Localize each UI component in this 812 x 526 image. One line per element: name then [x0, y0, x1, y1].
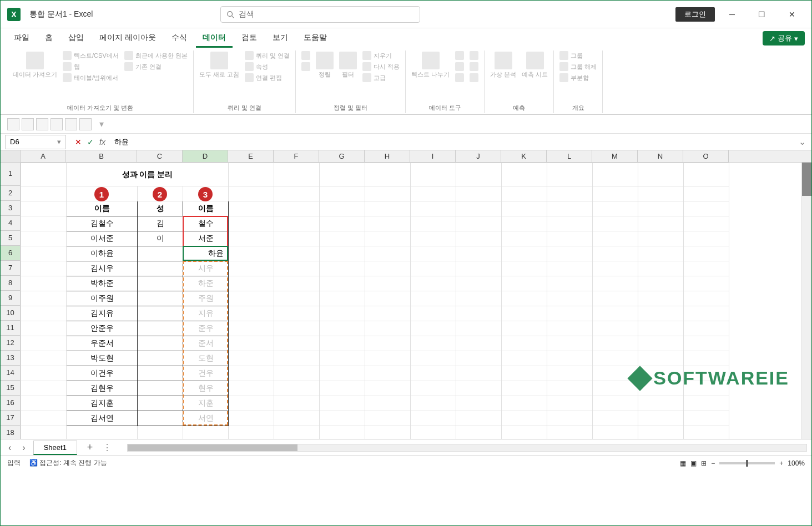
cell[interactable]	[502, 411, 547, 426]
sort-asc-button[interactable]	[300, 50, 311, 60]
fx-icon[interactable]: fx	[97, 138, 108, 146]
filter-button[interactable]: 필터	[338, 50, 358, 80]
cell[interactable]	[593, 336, 638, 351]
cell[interactable]	[21, 351, 67, 366]
cell[interactable]	[274, 336, 320, 351]
relationships-button[interactable]	[468, 62, 480, 72]
cell[interactable]	[684, 186, 729, 201]
cell[interactable]: 준우	[183, 321, 229, 336]
cell[interactable]	[274, 231, 320, 246]
cell[interactable]	[365, 231, 411, 246]
cell[interactable]	[684, 163, 729, 186]
qat-button[interactable]	[51, 118, 63, 130]
cell[interactable]	[456, 291, 502, 306]
cell[interactable]	[547, 261, 593, 276]
row-header[interactable]: 12	[1, 336, 21, 351]
cell[interactable]	[593, 396, 638, 411]
cell[interactable]	[593, 276, 638, 291]
zoom-slider[interactable]	[719, 462, 775, 464]
share-button[interactable]: ↗ 공유 ▾	[763, 31, 805, 45]
cell[interactable]	[547, 381, 593, 396]
tab-data[interactable]: 데이터	[196, 29, 233, 48]
cell[interactable]	[229, 321, 274, 336]
cell[interactable]	[502, 231, 547, 246]
cell[interactable]	[638, 186, 684, 201]
cell[interactable]	[365, 216, 411, 231]
row-header[interactable]: 15	[1, 381, 21, 396]
recent-sources-button[interactable]: 최근에 사용한 원본	[123, 50, 189, 60]
column-header[interactable]: D	[183, 150, 228, 162]
row-header[interactable]: 6	[1, 246, 21, 261]
cell[interactable]	[411, 291, 456, 306]
cell[interactable]	[593, 246, 638, 261]
forecast-button[interactable]: 예측 시트	[521, 50, 549, 80]
row-header[interactable]: 10	[1, 306, 21, 321]
row-header[interactable]: 8	[1, 276, 21, 291]
data-model-button[interactable]	[468, 73, 480, 83]
cell[interactable]	[593, 351, 638, 366]
cell[interactable]	[229, 231, 274, 246]
cell[interactable]	[320, 306, 365, 321]
cell[interactable]	[684, 246, 729, 261]
cell[interactable]	[456, 321, 502, 336]
minimize-button[interactable]: ─	[719, 6, 745, 23]
row-header[interactable]: 14	[1, 366, 21, 381]
cell[interactable]	[547, 411, 593, 426]
cell[interactable]	[138, 246, 183, 261]
cell[interactable]	[593, 163, 638, 186]
cell[interactable]	[21, 261, 67, 276]
cell[interactable]: 시우	[183, 261, 229, 276]
cell[interactable]	[320, 163, 365, 186]
cell[interactable]	[411, 426, 456, 439]
cell[interactable]	[21, 366, 67, 381]
maximize-button[interactable]: ☐	[749, 6, 775, 23]
cell[interactable]	[547, 351, 593, 366]
cell[interactable]	[684, 321, 729, 336]
cell[interactable]	[502, 426, 547, 439]
whatif-button[interactable]: 가상 분석	[489, 50, 517, 80]
cell[interactable]: 이주원	[67, 291, 138, 306]
cell[interactable]: 김현우	[67, 381, 138, 396]
cell[interactable]	[274, 381, 320, 396]
cell[interactable]: 서준	[183, 231, 229, 246]
cell[interactable]	[411, 411, 456, 426]
row-header[interactable]: 18	[1, 426, 21, 439]
cell[interactable]	[456, 396, 502, 411]
row-header[interactable]: 2	[1, 186, 21, 201]
row-header[interactable]: 17	[1, 411, 21, 426]
cell[interactable]	[684, 396, 729, 411]
cell[interactable]	[456, 276, 502, 291]
cell[interactable]	[320, 231, 365, 246]
select-all-corner[interactable]	[1, 150, 21, 162]
row-header[interactable]: 13	[1, 351, 21, 366]
cell[interactable]	[684, 276, 729, 291]
cell[interactable]	[274, 261, 320, 276]
cell[interactable]	[456, 411, 502, 426]
cell[interactable]	[21, 246, 67, 261]
cell[interactable]	[593, 216, 638, 231]
cell[interactable]	[411, 396, 456, 411]
cell[interactable]	[684, 216, 729, 231]
from-web-button[interactable]: 웹	[62, 62, 120, 72]
existing-conn-button[interactable]: 기존 연결	[123, 62, 189, 72]
cell[interactable]	[593, 201, 638, 216]
cell[interactable]	[502, 396, 547, 411]
row-header[interactable]: 1	[1, 163, 21, 186]
tab-help[interactable]: 도움말	[297, 29, 334, 48]
cell[interactable]	[638, 246, 684, 261]
cell[interactable]	[21, 381, 67, 396]
cell[interactable]: 지유	[183, 306, 229, 321]
cell[interactable]: 김시우	[67, 261, 138, 276]
qat-button[interactable]	[65, 118, 77, 130]
cell[interactable]: 서연	[183, 411, 229, 426]
cell[interactable]: 현우	[183, 381, 229, 396]
cell[interactable]	[411, 163, 456, 186]
cell[interactable]	[21, 276, 67, 291]
cell[interactable]	[320, 336, 365, 351]
cell[interactable]	[593, 321, 638, 336]
cell[interactable]	[684, 261, 729, 276]
cell[interactable]	[320, 246, 365, 261]
cell[interactable]	[502, 216, 547, 231]
cell[interactable]	[229, 163, 274, 186]
cell[interactable]	[21, 411, 67, 426]
